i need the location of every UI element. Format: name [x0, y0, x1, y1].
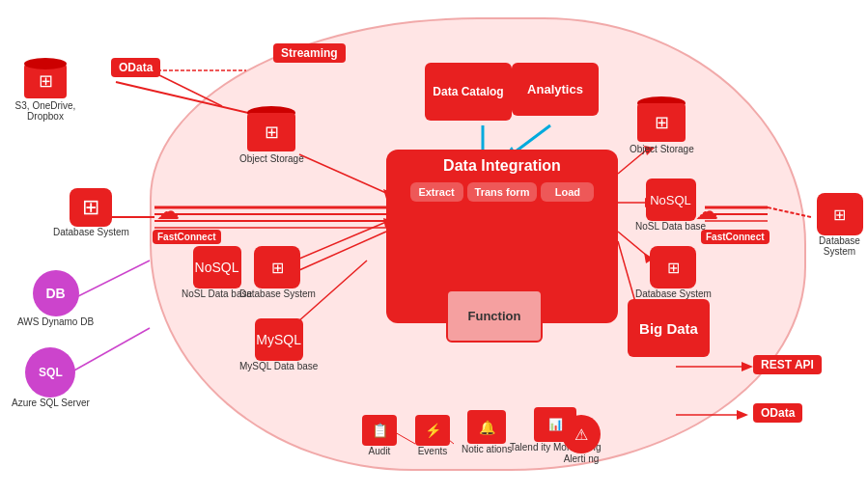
fastconnect-right: FastConnect [701, 230, 770, 244]
transform-box: Trans form [467, 182, 538, 202]
cloud-icon-left: ☁ [156, 198, 180, 225]
object-storage-right: ⊞ Object Storage [630, 96, 694, 154]
rest-api-label: REST API [753, 355, 822, 374]
analytics-box: Analytics [512, 63, 599, 116]
svg-marker-40 [737, 410, 748, 420]
object-storage-left: ⊞ Object Storage [239, 106, 304, 164]
odata-right-label: OData [753, 403, 802, 423]
s3-storage: ⊞ S3, OneDrive, Dropbox [12, 58, 79, 122]
alerting-icon: ⚠ Alerti ng [562, 415, 601, 464]
database-system-left: ⊞ Database System [53, 188, 129, 237]
odata-left-label: OData [111, 58, 160, 77]
cloud-icon-right: ☁ [695, 198, 718, 225]
extract-box: Extract [410, 182, 463, 202]
fastconnect-left: FastConnect [153, 230, 221, 244]
azure-sql: SQL Azure SQL Server [12, 347, 90, 408]
database-system-far-right: ⊞ Database System [811, 193, 868, 257]
mysql-db: MySQL MySQL Data base [239, 318, 318, 371]
load-box: Load [541, 182, 594, 202]
big-data-box: Big Data [628, 299, 710, 357]
aws-dynamo: DB AWS Dynamo DB [17, 270, 94, 327]
data-catalog-box: Data Catalog [425, 63, 512, 121]
notifications-icon: 🔔 Notic ations [462, 410, 512, 454]
database-system-right: ⊞ Database System [635, 246, 712, 299]
database-system-center: ⊞ Database System [239, 246, 316, 299]
events-icon: ⚡ Events [415, 415, 450, 456]
audit-icon: 📋 Audit [362, 415, 397, 456]
function-box: Function [446, 289, 543, 343]
streaming-label: Streaming [273, 43, 346, 63]
